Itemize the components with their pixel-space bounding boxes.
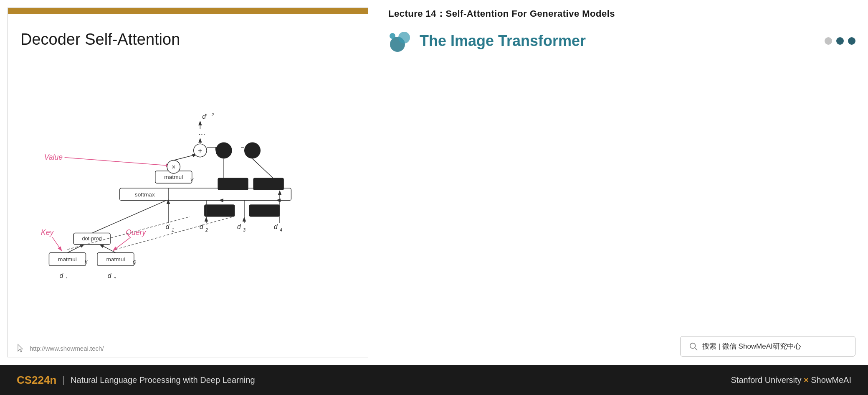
bottom-right: Stanford University × ShowMeAI xyxy=(731,375,852,385)
section-title: The Image Transformer xyxy=(420,32,818,50)
svg-rect-48 xyxy=(249,204,280,217)
svg-text:+: + xyxy=(198,147,202,155)
svg-line-20 xyxy=(92,196,176,233)
slide-top-bar xyxy=(8,8,368,14)
svg-text:matmul: matmul xyxy=(106,256,125,262)
dot-3 xyxy=(848,37,855,45)
svg-text:2: 2 xyxy=(113,276,116,278)
separator: | xyxy=(62,375,65,385)
svg-text:matmul: matmul xyxy=(164,174,183,180)
search-bar[interactable]: 搜索 | 微信 ShowMeAI研究中心 xyxy=(680,336,855,357)
svg-text:dot-prod: dot-prod xyxy=(82,235,101,242)
slide-footer: http://www.showmeai.tech/ xyxy=(8,339,368,357)
bottom-left: CS224n | Natural Language Processing wit… xyxy=(17,374,255,387)
search-bar-container: 搜索 | 微信 ShowMeAI研究中心 xyxy=(376,328,868,365)
logo-icon xyxy=(388,28,413,54)
slide-title: Decoder Self-Attention xyxy=(20,31,355,48)
svg-point-70 xyxy=(390,33,395,39)
course-id: CS224n xyxy=(17,374,56,387)
svg-line-30 xyxy=(174,155,196,161)
x-symbol: × xyxy=(804,375,811,385)
slide-inner: Decoder Self-Attention Value Key Query xyxy=(8,14,368,339)
svg-line-17 xyxy=(100,245,116,253)
university-name: Stanford University xyxy=(731,375,802,385)
svg-line-5 xyxy=(114,237,131,250)
main-content: Decoder Self-Attention Value Key Query xyxy=(0,0,868,365)
svg-text:4: 4 xyxy=(280,227,282,232)
svg-text:d: d xyxy=(166,223,170,230)
svg-text:d: d xyxy=(237,223,241,230)
diagram-svg: Value Key Query matmul K xyxy=(20,61,355,278)
svg-text:matmul: matmul xyxy=(58,256,77,262)
svg-point-38 xyxy=(216,142,232,158)
search-icon xyxy=(689,342,698,351)
svg-text:V: V xyxy=(190,177,194,182)
svg-text:d: d xyxy=(274,223,278,230)
svg-text:1: 1 xyxy=(172,227,174,232)
svg-rect-41 xyxy=(253,178,283,190)
svg-text:Query: Query xyxy=(126,228,146,237)
dot-1 xyxy=(825,37,832,45)
lecture-header: Lecture 14：Self-Attention For Generative… xyxy=(376,0,868,24)
slide-area: Decoder Self-Attention Value Key Query xyxy=(0,0,376,365)
svg-text:3: 3 xyxy=(243,227,245,232)
section-header: The Image Transformer xyxy=(376,24,868,58)
svg-point-71 xyxy=(690,343,696,348)
svg-text:softmax: softmax xyxy=(135,191,155,198)
svg-line-3 xyxy=(65,158,170,166)
svg-line-46 xyxy=(253,159,273,178)
svg-text:Key: Key xyxy=(41,228,54,237)
svg-text:d: d xyxy=(59,272,63,278)
svg-line-72 xyxy=(695,348,697,350)
brand-name: ShowMeAI xyxy=(811,375,851,385)
dots-row xyxy=(825,37,855,45)
diagram: Value Key Query matmul K xyxy=(20,61,355,278)
svg-point-39 xyxy=(244,142,261,158)
svg-text:Value: Value xyxy=(44,153,63,161)
svg-text:d: d xyxy=(200,223,204,230)
svg-text:2: 2 xyxy=(211,112,214,117)
cursor-icon xyxy=(16,344,25,353)
svg-text:...: ... xyxy=(198,127,205,137)
svg-text:d′: d′ xyxy=(202,113,208,120)
svg-rect-47 xyxy=(204,204,235,217)
course-name: Natural Language Processing with Deep Le… xyxy=(71,375,255,385)
svg-text:d: d xyxy=(108,272,112,278)
svg-text:Q: Q xyxy=(133,260,137,265)
slide-container: Decoder Self-Attention Value Key Query xyxy=(8,8,368,357)
svg-text:×: × xyxy=(172,163,175,171)
svg-point-69 xyxy=(398,32,410,43)
svg-text:K: K xyxy=(85,260,88,265)
svg-rect-40 xyxy=(218,178,248,190)
search-text: 搜索 | 微信 ShowMeAI研究中心 xyxy=(702,341,801,351)
right-body xyxy=(376,58,868,328)
bottom-bar: CS224n | Natural Language Processing wit… xyxy=(0,365,868,395)
footer-url: http://www.showmeai.tech/ xyxy=(30,345,104,352)
svg-line-4 xyxy=(52,237,61,250)
right-area: Lecture 14：Self-Attention For Generative… xyxy=(376,0,868,365)
dot-2 xyxy=(836,37,844,45)
svg-text:1: 1 xyxy=(66,276,68,278)
svg-text:2: 2 xyxy=(205,227,208,232)
